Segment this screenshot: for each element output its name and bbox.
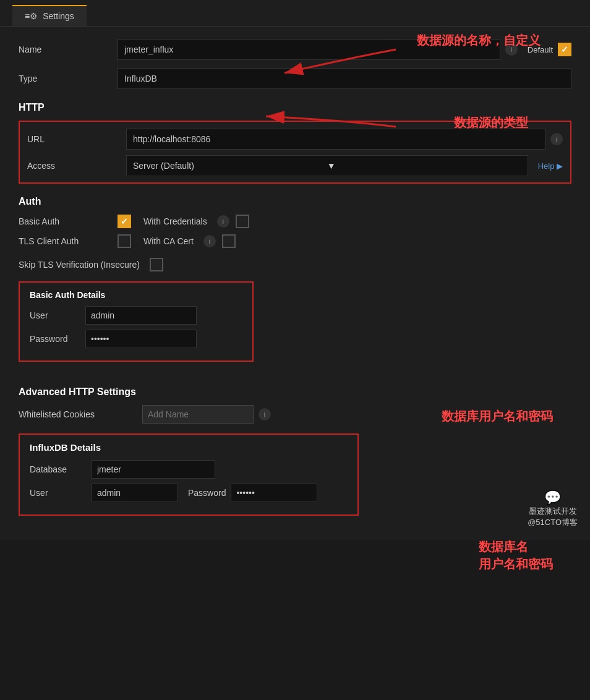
with-ca-cert-info-icon[interactable]: i	[203, 235, 216, 247]
tls-client-auth-label: TLS Client Auth	[19, 236, 118, 246]
basic-auth-password-row: Password	[30, 330, 242, 348]
skip-tls-row: Skip TLS Verification (Insecure)	[19, 258, 571, 271]
access-value: Server (Default)	[133, 161, 327, 171]
watermark-account: @51CTO博客	[528, 517, 578, 528]
basic-auth-password-input[interactable]	[85, 330, 197, 348]
url-label: URL	[27, 134, 126, 144]
with-ca-cert-label: With CA Cert	[143, 236, 194, 246]
influxdb-database-row: Database	[30, 460, 348, 479]
tab-bar: ≡⚙ Settings	[0, 0, 590, 27]
basic-auth-user-input[interactable]	[85, 306, 197, 325]
watermark: 💬 墨迹测试开发 @51CTO博客	[528, 490, 578, 528]
name-input-wrap	[118, 39, 500, 60]
name-row: Name i Default	[19, 39, 571, 60]
with-credentials-info-icon[interactable]: i	[217, 215, 229, 228]
sliders-icon: ≡⚙	[25, 11, 38, 21]
influxdb-user-label: User	[30, 488, 92, 498]
tls-client-auth-checkbox[interactable]	[118, 234, 131, 248]
default-label: Default	[528, 45, 553, 54]
with-ca-cert-checkbox[interactable]	[222, 234, 236, 248]
influxdb-database-label: Database	[30, 464, 92, 474]
skip-tls-checkbox[interactable]	[150, 258, 163, 271]
whitelisted-info-icon[interactable]: i	[259, 408, 271, 420]
access-row: Access Server (Default) ▼ Help ▶	[27, 155, 563, 176]
basic-auth-details-box: Basic Auth Details User Password	[19, 281, 254, 362]
dropdown-arrow-icon: ▼	[327, 161, 521, 171]
type-row: Type	[19, 67, 571, 90]
whitelisted-cookies-label: Whitelisted Cookies	[19, 409, 142, 419]
basic-auth-checkbox[interactable]	[118, 215, 131, 228]
http-section-box: URL i Access Server (Default) ▼ Help ▶	[19, 121, 571, 184]
url-row: URL i	[27, 128, 563, 150]
skip-tls-label: Skip TLS Verification (Insecure)	[19, 260, 140, 270]
type-label: Type	[19, 74, 118, 83]
name-info-icon[interactable]: i	[505, 43, 518, 56]
influxdb-user-row: User Password	[30, 484, 348, 502]
access-select[interactable]: Server (Default) ▼	[126, 155, 528, 176]
influxdb-database-input[interactable]	[92, 460, 215, 479]
url-input[interactable]	[133, 134, 539, 144]
influxdb-password-label: Password	[188, 488, 226, 498]
url-input-wrap	[126, 129, 545, 150]
with-credentials-checkbox[interactable]	[236, 215, 249, 228]
influxdb-title: InfluxDB Details	[30, 442, 348, 453]
basic-auth-user-label: User	[30, 310, 85, 320]
access-label: Access	[27, 161, 126, 171]
url-info-icon[interactable]: i	[550, 133, 563, 145]
influxdb-details-box: InfluxDB Details Database User Password	[19, 433, 359, 516]
name-label: Name	[19, 45, 118, 54]
watermark-brand: 墨迹测试开发	[528, 506, 578, 517]
whitelisted-cookies-row: Whitelisted Cookies i	[19, 405, 571, 424]
advanced-http-header: Advanced HTTP Settings	[19, 386, 571, 398]
basic-auth-details-title: Basic Auth Details	[30, 290, 242, 300]
watermark-icon: 💬	[528, 490, 578, 506]
help-link[interactable]: Help ▶	[538, 161, 563, 171]
http-section-header: HTTP	[19, 102, 571, 113]
basic-auth-user-row: User	[30, 306, 242, 325]
basic-auth-row: Basic Auth With Credentials i	[19, 215, 571, 228]
settings-tab[interactable]: ≡⚙ Settings	[12, 5, 87, 26]
settings-tab-label: Settings	[43, 11, 74, 21]
main-content: Name i Default Type HTTP URL i	[0, 27, 590, 540]
auth-section-header: Auth	[19, 196, 571, 207]
default-checkbox[interactable]	[558, 43, 571, 56]
annotation-db-name-user-pass: 数据库名用户名和密码	[479, 538, 553, 573]
with-credentials-label: With Credentials	[143, 216, 207, 226]
tls-client-auth-row: TLS Client Auth With CA Cert i	[19, 234, 571, 248]
name-input[interactable]	[124, 45, 494, 54]
whitelisted-cookies-input[interactable]	[142, 405, 254, 424]
basic-auth-password-label: Password	[30, 334, 85, 344]
basic-auth-label: Basic Auth	[19, 216, 118, 226]
influxdb-password-input[interactable]	[231, 484, 317, 502]
type-input[interactable]	[124, 74, 565, 83]
type-input-wrap	[118, 68, 571, 89]
influxdb-user-input[interactable]	[92, 484, 178, 502]
